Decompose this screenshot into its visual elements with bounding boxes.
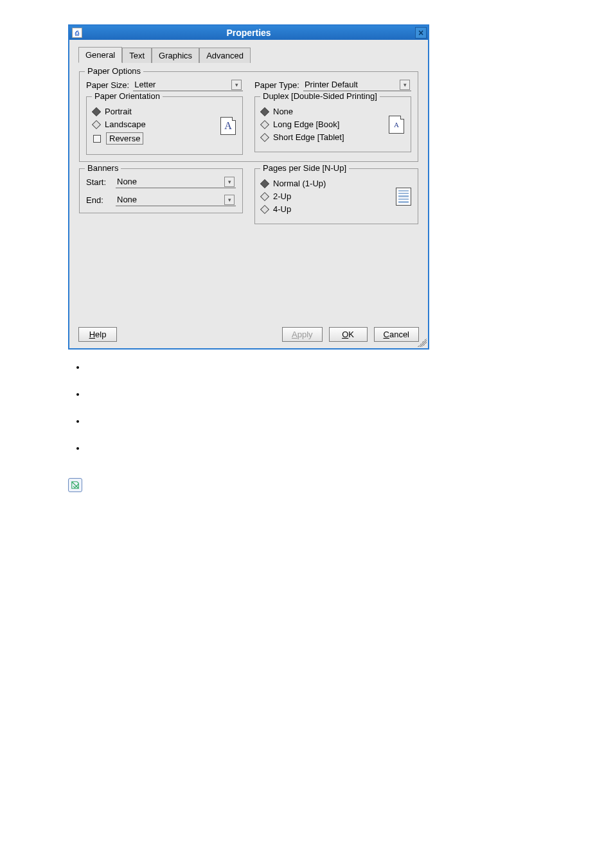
chevron-down-icon: ▾ [224,195,235,205]
radio-icon [260,191,269,200]
group-banners: Banners Start: None ▾ End: None [79,168,243,213]
tab-general[interactable]: General [78,47,122,63]
radio-nup-1[interactable]: Normal (1-Up) [262,179,396,188]
cancel-button[interactable]: Cancel [374,327,419,342]
orientation-preview-icon: A [220,117,236,135]
chevron-down-icon: ▾ [231,80,242,90]
tab-text[interactable]: Text [122,48,152,63]
radio-landscape[interactable]: Landscape [93,120,220,129]
banner-start-value: None [117,177,224,186]
radio-duplex-none[interactable]: None [262,107,389,116]
radio-nup-2[interactable]: 2-Up [262,191,396,201]
legend-paper-options: Paper Options [85,66,143,76]
legend-duplex: Duplex [Double-Sided Printing] [260,91,380,101]
legend-orientation: Paper Orientation [92,91,163,101]
tab-panel-general: Paper Options Paper Size: Letter ▾ [78,62,419,231]
radio-icon [92,120,101,128]
radio-short-edge[interactable]: Short Edge [Tablet] [262,132,389,142]
paper-type-value: Printer Default [305,80,400,89]
radio-icon [260,107,269,116]
button-row: Help Apply OK Cancel [78,327,419,342]
note-icon [68,478,82,492]
chevron-down-icon: ▾ [400,80,410,90]
legend-nup: Pages per Side [N-Up] [260,163,349,173]
banner-end-dropdown[interactable]: None ▾ [116,193,236,206]
radio-short-edge-label: Short Edge [Tablet] [273,132,344,142]
tab-bar: General Text Graphics Advanced [78,46,419,62]
bullet-list [68,362,429,470]
group-duplex: Duplex [Double-Sided Printing] None [254,96,411,152]
radio-long-edge-label: Long Edge [Book] [273,120,339,129]
tab-advanced[interactable]: Advanced [199,48,251,63]
banner-start-label: Start: [86,177,112,187]
radio-duplex-none-label: None [273,107,293,116]
paper-size-value: Letter [134,80,231,89]
radio-portrait[interactable]: Portrait [93,107,220,116]
list-item [86,416,429,443]
reverse-label: Reverse [106,132,143,145]
paper-size-label: Paper Size: [86,80,129,90]
tab-graphics[interactable]: Graphics [152,48,199,63]
titlebar[interactable]: ⎙ Properties × [69,26,428,40]
radio-icon [260,204,269,213]
resize-grip-icon[interactable] [418,338,427,347]
below-dialog-area [68,362,429,492]
properties-dialog: ⎙ Properties × General Text Graphics Adv… [68,24,429,350]
window-title: Properties [69,28,428,38]
ok-button[interactable]: OK [329,327,368,342]
preview-letter: A [224,120,232,132]
radio-nup-4[interactable]: 4-Up [262,204,396,214]
list-item [86,389,429,416]
help-button[interactable]: Help [78,327,117,342]
paper-type-dropdown[interactable]: Printer Default ▾ [303,78,411,91]
banner-start-dropdown[interactable]: None ▾ [116,175,236,188]
paper-size-dropdown[interactable]: Letter ▾ [133,78,243,91]
group-nup: Pages per Side [N-Up] Normal (1-Up) 2-Up [254,168,418,224]
checkbox-icon [93,135,101,143]
list-item [86,443,429,470]
banner-end-label: End: [86,195,112,205]
radio-portrait-label: Portrait [105,107,132,116]
chevron-down-icon: ▾ [224,177,235,187]
group-orientation: Paper Orientation Portrait La [86,96,243,155]
dialog-body: General Text Graphics Advanced Paper Opt… [69,40,428,348]
radio-icon [92,107,101,116]
checkbox-reverse[interactable]: Reverse [93,132,220,145]
nup-preview-icon [396,188,411,206]
duplex-preview-icon: A [389,116,404,134]
group-paper-options: Paper Options Paper Size: Letter ▾ [79,71,418,162]
radio-nup-4-label: 4-Up [273,204,291,214]
radio-icon [260,120,269,128]
radio-long-edge[interactable]: Long Edge [Book] [262,120,389,129]
radio-icon [260,179,269,188]
list-item [86,362,429,389]
radio-icon [260,132,269,141]
apply-button[interactable]: Apply [282,327,323,342]
radio-nup-2-label: 2-Up [273,191,291,201]
legend-banners: Banners [85,163,121,173]
radio-landscape-label: Landscape [105,120,146,129]
preview-letter: A [394,121,399,128]
paper-type-label: Paper Type: [254,80,299,90]
radio-nup-1-label: Normal (1-Up) [273,179,326,188]
banner-end-value: None [117,195,224,204]
